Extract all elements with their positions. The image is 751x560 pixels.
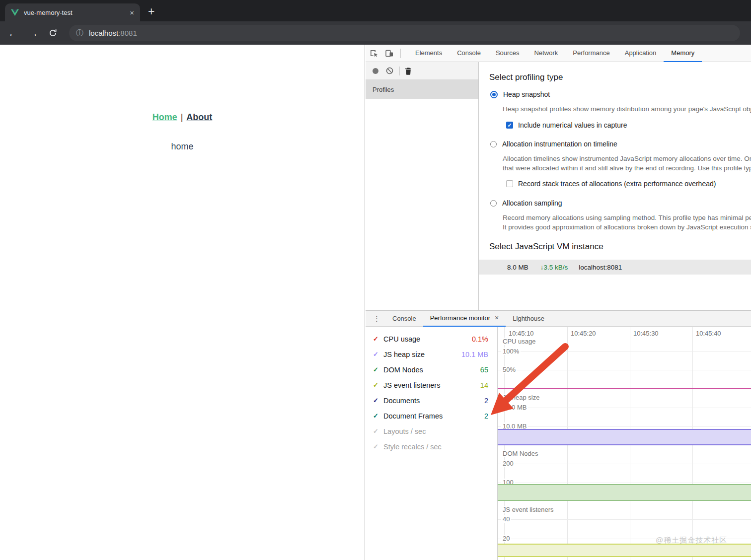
allocation-sampling-desc: Record memory allocations using sampling… (503, 213, 751, 232)
check-icon: ✓ (373, 335, 383, 343)
drawer-tab-lighthouse[interactable]: Lighthouse (506, 311, 551, 327)
metric-label: JS heap size (383, 350, 425, 358)
tab-elements[interactable]: Elements (408, 45, 450, 62)
home-link[interactable]: Home (152, 112, 177, 122)
devtools-panel: Elements Console Sources Network Perform… (366, 45, 751, 560)
tab-application[interactable]: Application (617, 45, 664, 62)
metric-value: 2 (484, 397, 488, 405)
window-content: Home|About home Elements Console (0, 45, 751, 560)
record-stack-traces-label[interactable]: Record stack traces of allocations (extr… (518, 180, 716, 188)
js-listeners-series-area (498, 544, 751, 557)
tab-sources[interactable]: Sources (488, 45, 527, 62)
drawer-tab-console[interactable]: Console (385, 311, 423, 327)
inspect-element-icon[interactable] (366, 45, 381, 62)
allocation-timeline-desc: Allocation timelines show instrumented J… (503, 154, 751, 173)
tab-network[interactable]: Network (527, 45, 566, 62)
grid-line (498, 426, 751, 427)
site-info-icon[interactable]: ⓘ (76, 28, 83, 38)
devtools-tabs: Elements Console Sources Network Perform… (408, 45, 702, 62)
vm-host: localhost:8081 (579, 264, 622, 271)
metric-value: 65 (480, 366, 488, 374)
metric-row-dom-nodes[interactable]: ✓ DOM Nodes 65 (366, 362, 497, 377)
axis-tick: 100% (501, 348, 521, 355)
vm-instance-heading: Select JavaScript VM instance (489, 242, 603, 252)
metric-row-js-listeners[interactable]: ✓ JS event listeners 14 (366, 377, 497, 393)
devtools-tabbar: Elements Console Sources Network Perform… (366, 45, 751, 62)
checkbox-include-numerical[interactable]: ✓ (506, 122, 513, 129)
address-bar[interactable]: ⓘ localhost:8081 (69, 25, 740, 41)
tab-memory[interactable]: Memory (664, 45, 702, 62)
record-icon[interactable] (372, 68, 379, 74)
metric-value: 2 (484, 412, 488, 420)
toolbar-divider (400, 49, 401, 58)
reload-icon[interactable] (49, 29, 57, 37)
vm-heap-size: 8.0 MB (507, 264, 528, 271)
metric-row-layouts[interactable]: ✓ Layouts / sec (366, 423, 497, 439)
drawer-tabbar: ⋮ Console Performance monitor × Lighthou… (366, 311, 751, 327)
include-numerical-label[interactable]: Include numerical values in capture (518, 121, 627, 129)
checkbox-record-stack-traces[interactable] (506, 180, 513, 187)
browser-tab[interactable]: vue-memory-test × (5, 3, 140, 21)
tab-close-icon[interactable]: × (130, 9, 134, 16)
overflow-menu-icon[interactable]: ⋮ (373, 314, 380, 323)
drawer-tab-performance-monitor[interactable]: Performance monitor × (423, 311, 506, 327)
metric-row-style-recalcs[interactable]: ✓ Style recalcs / sec (366, 439, 497, 454)
vue-logo-icon (11, 9, 19, 16)
metric-row-js-heap[interactable]: ✓ JS heap size 10.1 MB (366, 347, 497, 362)
tab-console[interactable]: Console (450, 45, 488, 62)
profiles-section-header: Profiles (366, 80, 478, 99)
browser-toolbar: ← → ⓘ localhost:8081 (0, 21, 751, 45)
clear-icon[interactable] (386, 67, 393, 74)
radio-heap-snapshot[interactable] (490, 91, 498, 98)
check-icon: ✓ (373, 397, 383, 404)
tab-performance[interactable]: Performance (565, 45, 617, 62)
url-text: localhost:8081 (89, 29, 137, 37)
back-icon[interactable]: ← (8, 28, 18, 38)
heap-snapshot-label[interactable]: Heap snapshot (503, 90, 550, 98)
radio-allocation-timeline[interactable] (490, 141, 497, 147)
tab-title: vue-memory-test (24, 9, 130, 16)
axis-tick: 20.0 MB (501, 404, 528, 411)
radio-allocation-sampling[interactable] (490, 200, 497, 207)
vm-instance-row[interactable]: 8.0 MB ↓3.5 kB/s localhost:8081 (479, 260, 751, 275)
devtools-drawer: ⋮ Console Performance monitor × Lighthou… (366, 310, 751, 560)
delete-profiles-icon[interactable] (405, 67, 412, 75)
cpu-usage-series-line (498, 388, 751, 389)
grid-line (498, 351, 751, 352)
allocation-sampling-label[interactable]: Allocation sampling (502, 199, 562, 207)
page-body-text: home (0, 141, 365, 152)
metric-row-documents[interactable]: ✓ Documents 2 (366, 393, 497, 408)
time-tick: 10:45:40 (696, 330, 721, 337)
time-tick: 10:45:20 (571, 330, 596, 337)
down-arrow-icon: ↓ (540, 264, 544, 271)
include-numerical-option: ✓ Include numerical values in capture (506, 121, 627, 129)
device-toolbar-icon[interactable] (381, 45, 397, 62)
profiling-type-heading: Select profiling type (489, 72, 563, 82)
close-drawer-tab-icon[interactable]: × (495, 310, 499, 326)
axis-tick: 200 (501, 460, 515, 467)
about-link[interactable]: About (186, 112, 212, 122)
metric-value: 0.1% (472, 335, 488, 343)
axis-tick: 20 (501, 535, 511, 542)
grid-line (498, 370, 751, 370)
metric-label: JS event listeners (383, 381, 440, 389)
memory-panel: Profiles Select profiling type Heap snap… (366, 62, 751, 310)
heap-snapshot-desc: Heap snapshot profiles show memory distr… (503, 104, 751, 114)
allocation-timeline-label[interactable]: Allocation instrumentation on timeline (502, 140, 617, 148)
metric-value: 14 (480, 381, 488, 389)
page-nav: Home|About (0, 112, 365, 123)
heap-snapshot-option: Heap snapshot (490, 90, 550, 98)
forward-icon[interactable]: → (28, 28, 38, 38)
dom-nodes-series-area (498, 484, 751, 501)
allocation-sampling-option: Allocation sampling (490, 199, 562, 207)
metric-row-document-frames[interactable]: ✓ Document Frames 2 (366, 408, 497, 423)
time-tick: 10:45:10 (509, 330, 534, 337)
metric-label: CPU usage (383, 335, 420, 343)
metric-value: 10.1 MB (461, 350, 488, 358)
watermark-text: @稀土掘金技术社区 (656, 536, 727, 545)
new-tab-button[interactable]: + (148, 6, 154, 17)
memory-pane: Select profiling type Heap snapshot Heap… (479, 62, 751, 310)
metric-label: Documents (383, 397, 420, 405)
metric-row-cpu[interactable]: ✓ CPU usage 0.1% (366, 331, 497, 347)
grid-line (498, 483, 751, 483)
